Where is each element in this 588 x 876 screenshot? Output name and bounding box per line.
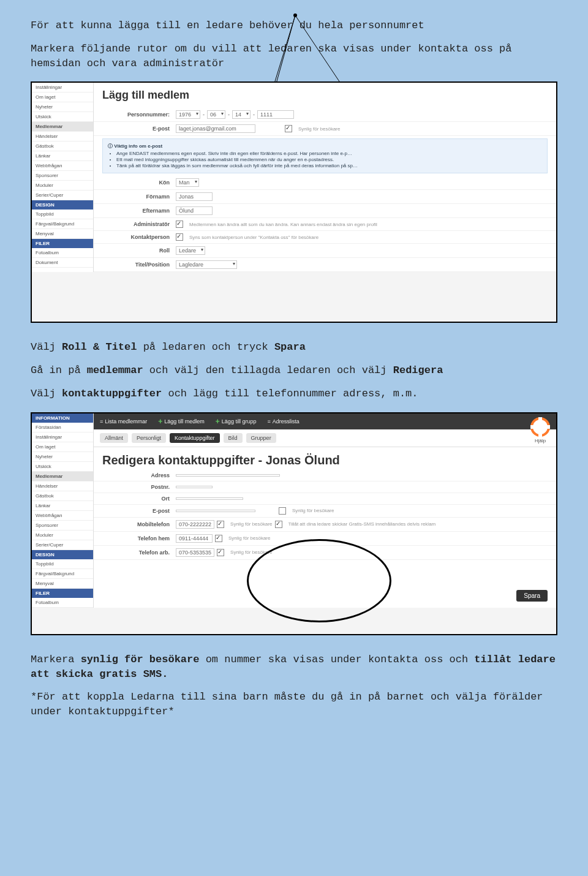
mobil-input[interactable]: 070-2222222 [176,520,214,529]
sidebar-item[interactable]: Nyheter [32,452,93,462]
kon-select[interactable]: Man [176,178,199,187]
tab-allmant[interactable]: Allmänt [100,433,128,443]
row-telarb: Telefon arb. 070-5353535 Synlig för besö… [94,546,556,560]
info-epost-box: ⓘ Viktig info om e-post Ange ENDAST medl… [102,138,548,173]
telarb-synlig-checkbox[interactable] [217,549,224,556]
sidebar-item[interactable]: Toppbild [32,210,93,219]
row-admin: Administratör Medlemmen kan ändra allt s… [94,218,556,231]
admin-checkbox[interactable] [176,221,183,228]
sidebar-item[interactable]: Toppbild [32,559,93,569]
label-epost: E-post [102,126,176,132]
sidebar-item[interactable]: Fotoalbum [32,248,93,258]
plus-icon: + [158,417,162,426]
label-fornamn: Förnamn [102,194,176,200]
sidebar-item[interactable]: Fotoalbum [32,598,93,608]
telhem-synlig-checkbox[interactable] [215,535,222,542]
info-bullet: Tänk på att föräldrar ska läggas in som … [116,163,542,168]
sidebar-item[interactable]: Om laget [32,442,93,452]
titel-select[interactable]: Lagledare [176,260,237,269]
sidebar-item[interactable]: Inställningar [32,83,93,93]
sidebar-item[interactable]: Webbfrågan [32,511,93,521]
mid-p2: Gå in på medlemmar och välj den tillagda… [31,363,557,378]
save-button[interactable]: Spara [516,590,548,602]
info-bullet: Ange ENDAST medlemmens egen epost. Skriv… [116,151,542,156]
sidebar-item[interactable]: Serier/Cuper [32,540,93,550]
roll-select[interactable]: Ledare [176,246,205,255]
sidebar-item[interactable]: Gästbok [32,491,93,501]
sidebar-item[interactable]: Länkar [32,501,93,511]
sidebar-item[interactable]: Sponsorer [32,171,93,181]
sidebar-item[interactable]: Menyval [32,579,93,589]
mid-p3: Välj kontaktuppgifter och lägg till tele… [31,387,557,401]
intro-p2: Markera följande rutor om du vill att le… [31,42,557,71]
help-badge[interactable]: Hjälp [530,417,550,444]
sidebar-item[interactable]: Utskick [32,462,93,472]
tab-grupper[interactable]: Grupper [246,433,276,443]
mobil-tillat-checkbox[interactable] [275,521,282,528]
toolbar-add-member[interactable]: +Lägg till medlem [158,417,205,426]
pn-day-select[interactable]: 14 [232,110,251,119]
sidebar-item[interactable]: Dokument [32,258,93,268]
row-epost: E-post Synlig för besökare [94,505,556,518]
panel-title: Redigera kontaktuppgifter - Jonas Ölund [94,447,556,470]
adress-input[interactable] [176,474,280,477]
synlig-checkbox[interactable] [285,125,292,132]
label-telhem: Telefon hem [102,535,176,542]
toolbar-add-group[interactable]: +Lägg till grupp [216,417,257,426]
life-ring-icon [530,417,550,437]
sidebar-info-head: INFORMATION [32,413,93,423]
tab-personligt[interactable]: Personligt [132,433,166,443]
epost-input[interactable] [176,510,255,512]
sidebar-item[interactable]: Händelser [32,132,93,142]
telarb-input[interactable]: 070-5353535 [176,548,214,557]
mobil-synlig-checkbox[interactable] [217,521,224,528]
sidebar-item[interactable]: Färgval/Bakgrund [32,219,93,229]
epost-synlig-checkbox[interactable] [279,507,286,515]
sidebar-item[interactable]: Gästbok [32,142,93,151]
panel-title: Lägg till medlem [94,83,556,108]
toolbar-adress[interactable]: ≡Adresslista [267,418,299,425]
label-ort: Ort [102,496,176,502]
sidebar-item-medlemmar[interactable]: Medlemmar [32,472,93,481]
pn-month-select[interactable]: 06 [207,110,225,119]
sidebar-item[interactable]: Webbfrågan [32,161,93,171]
sidebar-item[interactable]: Moduler [32,531,93,540]
sidebar-item[interactable]: Förstasidan [32,423,93,432]
telhem-input[interactable]: 0911-44444 [176,534,213,543]
pn-last-input[interactable]: 1111 [257,110,294,119]
row-efternamn: Efternamn Ölund [94,204,556,218]
sidebar-item[interactable]: Moduler [32,181,93,191]
efternamn-input[interactable]: Ölund [176,206,213,215]
sidebar-item-medlemmar[interactable]: Medlemmar [32,122,93,132]
sidebar-design-head: DESIGN [32,200,93,210]
sidebar-item[interactable]: Länkar [32,151,93,161]
sidebar-item[interactable]: Sponsorer [32,521,93,531]
toolbar-lista[interactable]: ≡Lista medlemmar [100,418,147,425]
epost-input[interactable]: laget.jonas@gmail.com [176,124,255,133]
main-panel: Lägg till medlem Personnummer: 1976 - 06… [94,83,556,272]
sidebar: Inställningar Om laget Nyheter Utskick M… [32,83,94,272]
row-postnr: Postnr. [94,481,556,493]
kontakt-checkbox[interactable] [176,233,183,241]
row-mobil: Mobiltelefon 070-2222222 Synlig för besö… [94,518,556,532]
sidebar-item[interactable]: Nyheter [32,102,93,112]
screenshot-add-member: Inställningar Om laget Nyheter Utskick M… [31,81,557,323]
ort-input[interactable] [176,497,243,500]
postnr-input[interactable] [176,486,213,488]
sidebar-item[interactable]: Serier/Cuper [32,191,93,200]
fornamn-input[interactable]: Jonas [176,192,213,201]
sidebar-filer-head: FILER [32,589,93,598]
label-kontakt: Kontaktperson [102,234,176,240]
sidebar-item[interactable]: Inställningar [32,432,93,442]
row-kontakt: Kontaktperson Syns som kontaktperson und… [94,231,556,244]
sidebar-item[interactable]: Utskick [32,112,93,122]
sidebar-item[interactable]: Färgval/Bakgrund [32,569,93,579]
label-titel: Titel/Position [102,262,176,268]
tab-bild[interactable]: Bild [224,433,243,443]
sidebar-item[interactable]: Om laget [32,93,93,102]
sidebar-item[interactable]: Händelser [32,481,93,491]
pn-year-select[interactable]: 1976 [176,110,200,119]
sidebar-item[interactable]: Menyval [32,229,93,239]
label-personnummer: Personnummer: [102,111,176,118]
tab-kontaktuppgifter[interactable]: Kontaktuppgifter [170,433,220,443]
